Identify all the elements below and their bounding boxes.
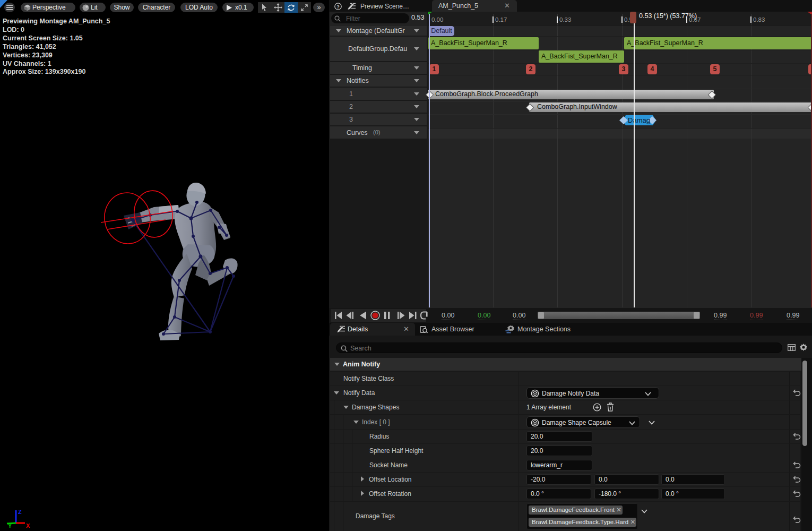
svg-text:X: X	[26, 523, 30, 529]
svg-text:?: ?	[336, 4, 340, 10]
svg-text:Y: Y	[8, 523, 12, 529]
svg-text:Z: Z	[18, 509, 22, 515]
svg-text:Damag: Damag	[628, 116, 650, 124]
